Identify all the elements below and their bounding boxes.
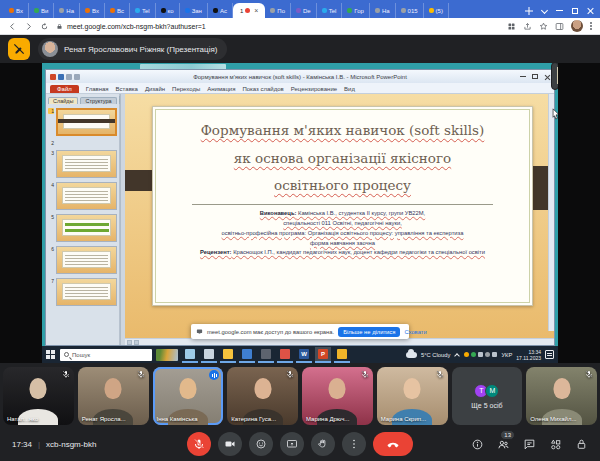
participant-tile[interactable]: Олена Михайл...: [526, 367, 597, 425]
activities-button[interactable]: [549, 438, 562, 451]
slide-hscrollbar[interactable]: [125, 338, 554, 345]
ppt-minimize-icon[interactable]: [520, 76, 526, 77]
weather-text[interactable]: 5°C Cloudy: [421, 352, 450, 358]
participant-tile[interactable]: Марина Скрип...: [377, 367, 448, 425]
weather-cloud-icon[interactable]: [406, 352, 417, 358]
new-tab-button[interactable]: [524, 6, 534, 16]
browser-tab[interactable]: (5): [424, 3, 449, 18]
browser-tab[interactable]: ко: [156, 3, 180, 18]
save-icon[interactable]: [58, 74, 64, 80]
side-panel-icon[interactable]: [555, 22, 564, 31]
bookmark-star-icon[interactable]: [539, 22, 548, 31]
camera-button[interactable]: [218, 432, 242, 456]
browser-tab[interactable]: Вх: [4, 3, 29, 18]
taskbar-app-powerpoint[interactable]: P: [315, 347, 331, 363]
slide-thumbnail[interactable]: 7: [48, 278, 117, 306]
ppt-maximize-icon[interactable]: [532, 74, 538, 79]
browser-tab[interactable]: Гор: [342, 3, 370, 18]
slide-thumbnail[interactable]: 6: [48, 246, 117, 274]
browser-tab[interactable]: Ас: [208, 3, 233, 18]
ppt-close-icon[interactable]: [544, 74, 550, 80]
widget-thumbnail[interactable]: [156, 349, 178, 361]
maximize-icon[interactable]: [572, 8, 578, 14]
browser-tab[interactable]: Зан: [180, 3, 208, 18]
tray-expand-icon[interactable]: [455, 353, 461, 359]
more-options-button[interactable]: [342, 432, 366, 456]
taskbar-app-chrome[interactable]: [334, 347, 350, 363]
ribbon-tab[interactable]: Вид: [344, 86, 355, 93]
meeting-details-button[interactable]: [471, 438, 484, 451]
stop-sharing-button[interactable]: Більше не ділитися: [338, 327, 400, 337]
hide-link[interactable]: Сховати: [404, 329, 426, 335]
redo-icon[interactable]: [74, 74, 80, 80]
slide-thumbnail[interactable]: 5: [48, 214, 117, 242]
taskbar-app-explorer[interactable]: [220, 347, 236, 363]
slide-thumbnail[interactable]: 2: [48, 140, 117, 146]
back-icon[interactable]: [8, 22, 17, 31]
more-people-tile[interactable]: ТМЩе 5 осіб: [452, 367, 523, 425]
tray-icon[interactable]: [492, 352, 497, 357]
reactions-button[interactable]: [249, 432, 273, 456]
slide-thumbnail[interactable]: 3: [48, 150, 117, 178]
tray-icon[interactable]: [485, 352, 490, 357]
mic-off-button[interactable]: [187, 432, 211, 456]
ribbon-tab[interactable]: Рецензирование: [291, 86, 337, 93]
share-icon[interactable]: [523, 22, 532, 31]
taskbar-app-photos[interactable]: [239, 347, 255, 363]
extensions-icon[interactable]: [507, 22, 516, 31]
taskbar-app-store[interactable]: [201, 347, 217, 363]
ribbon-tab[interactable]: Дизайн: [145, 86, 165, 93]
browser-tab[interactable]: Ви: [29, 3, 54, 18]
ribbon-file-tab[interactable]: Файл: [50, 85, 79, 93]
browser-tab[interactable]: На: [370, 3, 396, 18]
taskbar-clock[interactable]: 13:34 17.11.2023: [516, 349, 541, 361]
address-bar[interactable]: meet.google.com/xcb-nsgm-bkh?authuser=1: [56, 23, 500, 30]
minimize-icon[interactable]: [556, 10, 563, 11]
chat-button[interactable]: [523, 438, 536, 451]
url-text[interactable]: meet.google.com/xcb-nsgm-bkh?authuser=1: [67, 23, 206, 30]
tray-icon[interactable]: [471, 352, 476, 357]
tray-icon[interactable]: [464, 352, 469, 357]
browser-tab[interactable]: Tel: [317, 3, 343, 18]
close-icon[interactable]: [587, 7, 594, 14]
participant-tile[interactable]: Катерина Гуса...: [227, 367, 298, 425]
tray-icon[interactable]: [478, 352, 483, 357]
slide-thumbnail[interactable]: 4: [48, 182, 117, 210]
forward-icon[interactable]: [24, 22, 33, 31]
participant-tile[interactable]: Інна Камінська: [153, 367, 224, 425]
ribbon-tab[interactable]: Переходы: [172, 86, 200, 93]
action-center-icon[interactable]: [545, 350, 554, 359]
taskbar-app-chrome-alt[interactable]: [277, 347, 293, 363]
ribbon-tab[interactable]: Вставка: [116, 86, 138, 93]
taskbar-app-task-view[interactable]: [182, 347, 198, 363]
taskbar-search[interactable]: Пошук: [60, 349, 152, 361]
tab-close-icon[interactable]: ×: [254, 7, 258, 14]
ribbon-tab[interactable]: Показ слайдов: [242, 86, 283, 93]
pane-tab-outline[interactable]: Структура: [80, 97, 116, 104]
taskbar-app-word[interactable]: W: [296, 347, 312, 363]
taskbar-app-app[interactable]: [258, 347, 274, 363]
people-button[interactable]: 13: [497, 438, 510, 451]
host-controls-button[interactable]: [575, 438, 588, 451]
annotation-off-indicator[interactable]: [8, 38, 30, 60]
participant-tile[interactable]: Натал...нко: [3, 367, 74, 425]
browser-tab[interactable]: Вх: [80, 3, 105, 18]
browser-tab[interactable]: По: [265, 3, 291, 18]
ribbon-tab[interactable]: Анимация: [207, 86, 235, 93]
browser-tab[interactable]: De: [291, 3, 317, 18]
present-button[interactable]: [280, 432, 304, 456]
raise-hand-button[interactable]: [311, 432, 335, 456]
ribbon-tab[interactable]: Главная: [86, 86, 109, 93]
slide-vscrollbar[interactable]: [548, 94, 554, 331]
presenter-pill[interactable]: Ренат Ярославович Ріжняк (Презентація): [38, 38, 227, 60]
participant-tile[interactable]: Ренат Яросла...: [78, 367, 149, 425]
start-button[interactable]: [46, 350, 56, 360]
menu-dots-icon[interactable]: [590, 22, 592, 30]
participant-tile[interactable]: Марина Дрюч...: [302, 367, 373, 425]
browser-tab[interactable]: Вс: [105, 3, 130, 18]
reload-icon[interactable]: [40, 22, 49, 31]
browser-tab[interactable]: На: [54, 3, 80, 18]
end-call-button[interactable]: [373, 432, 413, 456]
profile-avatar[interactable]: [571, 20, 583, 32]
browser-tab-active[interactable]: 1×: [233, 3, 265, 18]
